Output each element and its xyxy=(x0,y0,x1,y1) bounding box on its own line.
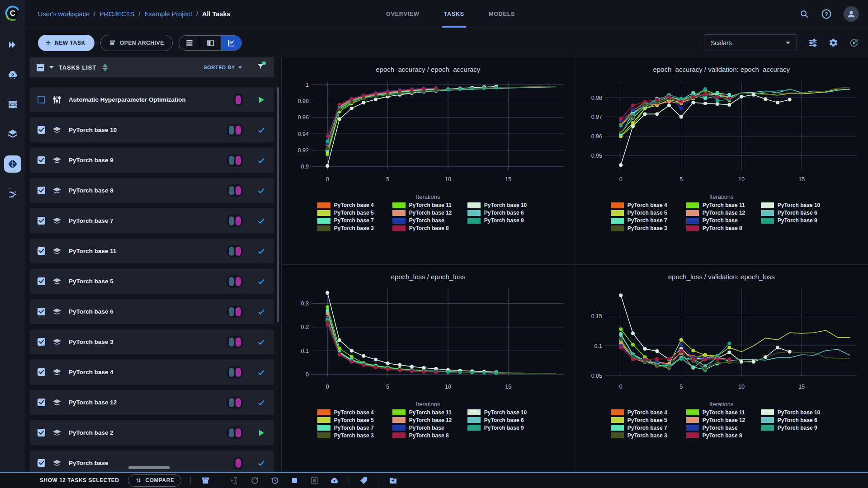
projects-icon[interactable] xyxy=(4,155,21,173)
sorted-by-control[interactable]: SORTED BY xyxy=(203,65,242,70)
chart-plot[interactable]: 0510150.050.10.15 xyxy=(581,284,862,401)
reset-icon[interactable] xyxy=(269,475,280,486)
clearml-logo[interactable]: C xyxy=(0,0,25,26)
split-view-icon[interactable] xyxy=(200,36,221,50)
task-checkbox[interactable] xyxy=(38,217,45,225)
legend-item[interactable]: PyTorch base 3 xyxy=(611,432,682,439)
legend-item[interactable]: PyTorch base 5 xyxy=(611,210,682,216)
task-pills[interactable] xyxy=(226,245,243,258)
avatar[interactable] xyxy=(844,6,859,22)
vertical-scrollbar[interactable] xyxy=(277,87,279,322)
task-row[interactable]: PyTorch base 11 xyxy=(30,239,274,263)
task-pills[interactable] xyxy=(226,184,243,197)
hourglass-icon[interactable] xyxy=(229,475,240,486)
legend-item[interactable]: PyTorch base xyxy=(686,425,757,431)
task-pills[interactable] xyxy=(226,366,243,379)
legend-item[interactable]: PyTorch base 11 xyxy=(686,409,757,416)
legend-item[interactable]: PyTorch base 4 xyxy=(611,409,682,416)
legend-item[interactable]: PyTorch base 5 xyxy=(317,210,389,216)
task-status[interactable] xyxy=(256,459,266,467)
task-checkbox[interactable] xyxy=(38,247,45,255)
retry-icon[interactable] xyxy=(249,475,260,486)
legend-item[interactable]: PyTorch base 12 xyxy=(686,210,757,216)
task-checkbox[interactable] xyxy=(38,156,45,164)
task-status[interactable] xyxy=(256,97,266,103)
legend-item[interactable]: PyTorch base 6 xyxy=(761,210,832,216)
task-pills[interactable] xyxy=(226,336,243,348)
task-checkbox[interactable] xyxy=(38,308,45,315)
legend-item[interactable]: PyTorch base 10 xyxy=(467,409,539,416)
search-icon[interactable] xyxy=(799,9,809,19)
task-pills[interactable] xyxy=(226,305,243,318)
workers-icon[interactable] xyxy=(4,96,21,113)
legend-item[interactable]: PyTorch base 5 xyxy=(317,417,389,423)
task-checkbox[interactable] xyxy=(38,459,45,467)
legend-item[interactable]: PyTorch base 11 xyxy=(392,202,464,208)
sort-handle-icon[interactable] xyxy=(101,64,109,71)
legend-item[interactable]: PyTorch base 12 xyxy=(392,210,464,216)
legend-item[interactable]: PyTorch base 3 xyxy=(317,432,389,439)
abort-icon[interactable] xyxy=(289,475,300,486)
task-row[interactable]: PyTorch base 5 xyxy=(30,269,274,294)
task-pills[interactable] xyxy=(226,215,243,227)
legend-item[interactable]: PyTorch base 12 xyxy=(686,417,757,423)
legend-item[interactable]: PyTorch base 11 xyxy=(392,409,464,416)
task-status[interactable] xyxy=(256,277,266,286)
auto-refresh-icon[interactable] xyxy=(849,38,859,48)
move-to-project-icon[interactable] xyxy=(387,475,398,486)
task-row[interactable]: Automatic Hyperparameter Optimization xyxy=(30,87,274,112)
task-row[interactable]: PyTorch base 7 xyxy=(30,208,274,233)
task-row[interactable]: PyTorch base 4 xyxy=(30,360,274,385)
legend-item[interactable]: PyTorch base 12 xyxy=(392,417,464,423)
metric-select[interactable]: Scalars xyxy=(704,34,797,51)
legend-item[interactable]: PyTorch base 4 xyxy=(317,409,389,416)
tab-models[interactable]: MODELS xyxy=(487,0,517,28)
task-pills[interactable] xyxy=(226,154,243,167)
help-icon[interactable]: ? xyxy=(821,9,832,19)
task-status[interactable] xyxy=(256,338,266,346)
task-checkbox[interactable] xyxy=(38,368,45,376)
breadcrumb-projects[interactable]: PROJECTS xyxy=(99,10,134,18)
pipelines-icon[interactable] xyxy=(4,185,21,202)
chart-plot[interactable]: 05101500.10.20.3 xyxy=(288,284,568,401)
legend-item[interactable]: PyTorch base 6 xyxy=(467,417,539,423)
breadcrumb-workspace[interactable]: User's workspace xyxy=(38,10,90,18)
task-row[interactable]: PyTorch base 8 xyxy=(30,178,274,203)
archive-icon[interactable] xyxy=(200,475,211,486)
task-pills[interactable] xyxy=(233,94,243,106)
legend-item[interactable]: PyTorch base 7 xyxy=(317,217,389,224)
horizontal-scrollbar[interactable] xyxy=(128,466,170,469)
select-menu-caret-icon[interactable] xyxy=(49,66,54,69)
selected-count-label[interactable]: SHOW 12 TASKS SELECTED xyxy=(40,477,119,483)
task-row[interactable]: PyTorch base 12 xyxy=(30,390,274,415)
task-checkbox[interactable] xyxy=(38,399,45,406)
chart-plot[interactable]: 0510150.950.960.970.98 xyxy=(581,77,862,193)
task-status[interactable] xyxy=(256,308,266,316)
publish-cloud-icon[interactable] xyxy=(329,475,340,486)
task-checkbox[interactable] xyxy=(38,126,45,134)
legend-item[interactable]: PyTorch base 10 xyxy=(467,202,539,208)
legend-item[interactable]: PyTorch base 6 xyxy=(467,210,539,216)
task-pills[interactable] xyxy=(226,124,243,136)
task-pills[interactable] xyxy=(226,427,243,439)
task-status[interactable] xyxy=(256,217,266,225)
tune-icon[interactable] xyxy=(808,38,818,48)
task-row[interactable]: PyTorch base 3 xyxy=(30,329,274,354)
task-status[interactable] xyxy=(256,430,266,436)
task-status[interactable] xyxy=(256,399,266,407)
select-all-checkbox[interactable] xyxy=(37,64,44,71)
task-pills[interactable] xyxy=(233,457,243,469)
chart-view-icon[interactable] xyxy=(221,36,241,50)
legend-item[interactable]: PyTorch base xyxy=(392,425,464,431)
legend-item[interactable]: PyTorch base 9 xyxy=(761,217,832,224)
task-status[interactable] xyxy=(256,187,266,195)
table-view-icon[interactable] xyxy=(179,36,200,50)
new-task-button[interactable]: NEW TASK xyxy=(38,35,94,51)
task-row[interactable]: PyTorch base 6 xyxy=(30,299,274,324)
task-pills[interactable] xyxy=(226,275,243,288)
task-checkbox[interactable] xyxy=(38,96,45,103)
task-checkbox[interactable] xyxy=(38,429,45,436)
legend-item[interactable]: PyTorch base 8 xyxy=(392,225,464,231)
breadcrumb-project[interactable]: Example Project xyxy=(144,10,192,18)
expand-icon[interactable] xyxy=(4,36,21,53)
